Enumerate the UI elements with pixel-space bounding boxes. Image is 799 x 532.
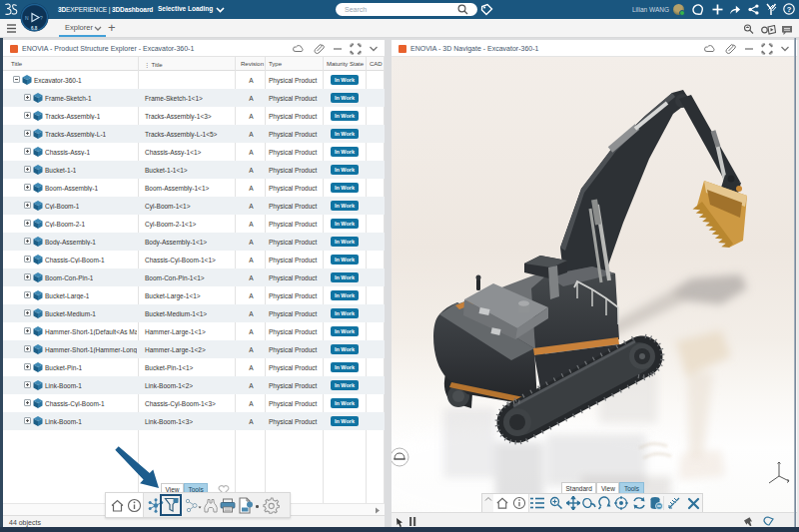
svg-text:6.8: 6.8 xyxy=(31,26,38,31)
svg-text:N: N xyxy=(25,15,29,21)
svg-text:?: ? xyxy=(787,5,792,14)
svg-text:?: ? xyxy=(40,15,43,21)
